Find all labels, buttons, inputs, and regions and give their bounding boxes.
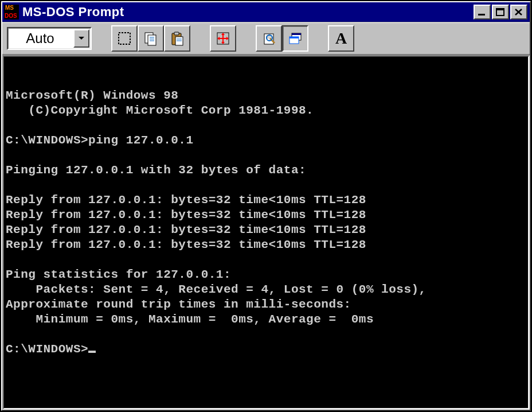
svg-rect-0 (478, 14, 485, 15)
svg-rect-20 (292, 33, 301, 35)
minimize-icon (478, 8, 487, 16)
paste-icon (169, 30, 185, 46)
titlebar: MSDOS MS-DOS Prompt (2, 2, 530, 22)
window-frame: MSDOS MS-DOS Prompt Auto (1, 1, 531, 411)
minimize-button[interactable] (474, 5, 491, 20)
font-size-value: Auto (8, 32, 72, 45)
mark-icon (116, 30, 132, 46)
paste-button[interactable] (164, 25, 190, 52)
svg-rect-22 (290, 37, 299, 38)
view-group (256, 25, 308, 52)
copy-button[interactable] (138, 25, 164, 52)
fullscreen-icon (215, 30, 231, 46)
msdos-icon: MSDOS (4, 5, 19, 20)
svg-rect-10 (174, 32, 179, 35)
font-button[interactable]: A (328, 25, 354, 52)
mark-button[interactable] (111, 25, 138, 52)
terminal-output[interactable]: Microsoft(R) Windows 98 (C)Copyright Mic… (3, 56, 529, 359)
close-icon (514, 8, 523, 16)
maximize-icon (496, 8, 505, 16)
background-button[interactable] (282, 25, 308, 52)
svg-rect-5 (148, 35, 156, 45)
svg-rect-2 (496, 9, 504, 10)
properties-button[interactable] (256, 25, 282, 52)
window-title: MS-DOS Prompt (22, 6, 470, 18)
font-size-select[interactable]: Auto (7, 27, 92, 50)
dropdown-button[interactable] (73, 29, 89, 48)
fullscreen-button[interactable] (210, 25, 236, 52)
clipboard-group (111, 25, 190, 52)
chevron-down-icon (78, 36, 85, 41)
toolbar: Auto (2, 22, 530, 55)
terminal-frame: Microsoft(R) Windows 98 (C)Copyright Mic… (2, 55, 530, 410)
svg-rect-3 (119, 33, 130, 44)
window-controls (474, 5, 527, 20)
properties-icon (261, 30, 277, 46)
copy-icon (143, 30, 159, 46)
background-icon (287, 30, 303, 46)
maximize-button[interactable] (492, 5, 509, 20)
close-button[interactable] (510, 5, 527, 20)
cursor (88, 351, 96, 353)
font-icon: A (335, 30, 347, 46)
